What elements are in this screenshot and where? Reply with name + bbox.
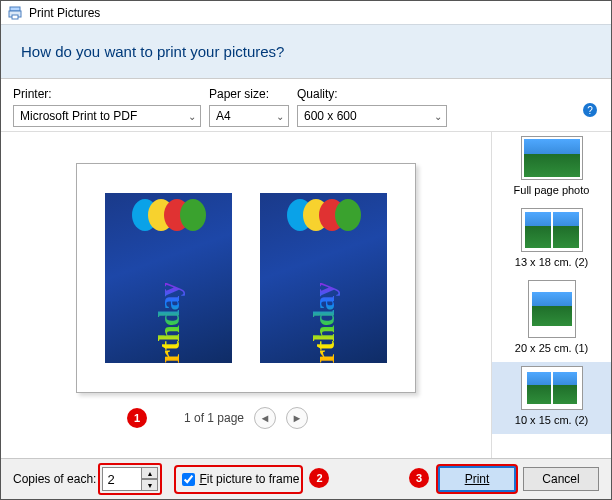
annotation-2-badge: 2	[309, 468, 329, 488]
pager-text: 1 of 1 page	[184, 411, 244, 425]
print-pictures-window: Print Pictures How do you want to print …	[0, 0, 612, 500]
paper-label: Paper size:	[209, 87, 289, 101]
preview-photo: Birthday	[260, 193, 387, 363]
spinner-down-icon[interactable]: ▼	[142, 479, 158, 491]
fit-to-frame-label: Fit picture to frame	[199, 472, 299, 486]
quality-combo[interactable]: 600 x 600 ⌄	[297, 105, 447, 127]
spinner-up-icon[interactable]: ▲	[142, 467, 158, 479]
preview-pane: Birthday Birthday 1 1 of 1 page ◄ ►	[1, 132, 491, 458]
pager: 1 1 of 1 page ◄ ►	[9, 403, 483, 435]
printer-label: Printer:	[13, 87, 201, 101]
fit-to-frame-checkbox[interactable]	[182, 473, 195, 486]
header-band: How do you want to print your pictures?	[1, 25, 611, 79]
cancel-button[interactable]: Cancel	[523, 467, 599, 491]
chevron-down-icon: ⌄	[188, 111, 196, 122]
window-title: Print Pictures	[29, 6, 100, 20]
bottom-bar: Copies of each: ▲ ▼ Fit picture to frame…	[1, 458, 611, 499]
copies-input[interactable]	[102, 467, 142, 491]
copies-label: Copies of each:	[13, 472, 96, 486]
dialog-buttons: 3 Print Cancel	[439, 467, 599, 491]
annotation-3-badge: 3	[409, 468, 429, 488]
fit-to-frame-wrapper[interactable]: Fit picture to frame 2	[178, 470, 299, 489]
quality-value: 600 x 600	[304, 109, 357, 123]
next-page-button[interactable]: ►	[286, 407, 308, 429]
options-row: Printer: Microsoft Print to PDF ⌄ Paper …	[1, 79, 611, 131]
quality-label: Quality:	[297, 87, 447, 101]
prev-page-button[interactable]: ◄	[254, 407, 276, 429]
chevron-down-icon: ⌄	[434, 111, 442, 122]
preview-photo: Birthday	[105, 193, 232, 363]
printer-combo[interactable]: Microsoft Print to PDF ⌄	[13, 105, 201, 127]
print-button[interactable]: Print	[439, 467, 515, 491]
options-link[interactable]: Options...	[544, 0, 595, 455]
chevron-down-icon: ⌄	[276, 111, 284, 122]
paper-preview: Birthday Birthday	[76, 163, 416, 393]
svg-rect-0	[10, 7, 20, 11]
annotation-1-badge: 1	[127, 408, 147, 428]
copies-spinner[interactable]: ▲ ▼	[102, 467, 158, 491]
titlebar: Print Pictures	[1, 1, 611, 25]
middle-area: Birthday Birthday 1 1 of 1 page ◄ ►	[1, 131, 611, 458]
paper-value: A4	[216, 109, 231, 123]
header-question: How do you want to print your pictures?	[21, 43, 284, 60]
printer-value: Microsoft Print to PDF	[20, 109, 137, 123]
printer-icon	[7, 5, 23, 21]
svg-rect-2	[12, 15, 18, 19]
paper-size-combo[interactable]: A4 ⌄	[209, 105, 289, 127]
